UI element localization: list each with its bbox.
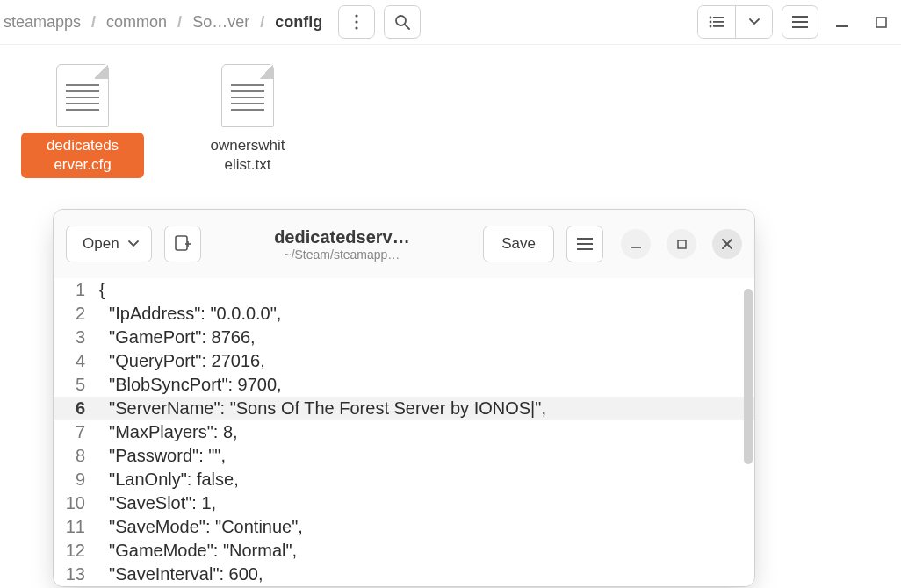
svg-rect-19: [577, 238, 593, 240]
code-text: "SaveMode": "Continue",: [94, 515, 303, 539]
svg-rect-13: [792, 26, 808, 28]
code-text: "GamePort": 8766,: [94, 326, 256, 349]
file-label: ownerswhit elist.txt: [186, 133, 309, 178]
svg-point-5: [710, 17, 712, 19]
svg-rect-6: [713, 17, 724, 18]
line-number: 4: [54, 349, 94, 373]
line-number: 2: [54, 302, 94, 326]
text-file-icon: [56, 64, 109, 127]
view-options-dropdown[interactable]: [735, 6, 772, 38]
svg-rect-11: [792, 16, 808, 18]
svg-rect-21: [577, 248, 593, 250]
breadcrumb-separator: /: [91, 13, 96, 32]
breadcrumb: steamapps / common / So…ver / config: [0, 6, 326, 39]
line-number: 11: [54, 515, 94, 539]
editor-minimize-button[interactable]: [621, 229, 651, 259]
code-line[interactable]: 12 "GameMode": "Normal",: [54, 539, 754, 563]
new-document-icon: [175, 235, 191, 253]
save-button-label: Save: [501, 235, 536, 253]
code-text: {: [94, 278, 105, 302]
svg-rect-8: [713, 21, 724, 23]
line-number: 12: [54, 539, 94, 563]
code-line[interactable]: 5 "BlobSyncPort": 9700,: [54, 373, 754, 397]
svg-rect-14: [836, 25, 848, 27]
editor-subtitle: ~/Steam/steamapp…: [284, 247, 400, 262]
code-line[interactable]: 13 "SaveInterval": 600,: [54, 563, 754, 586]
editor-text-area[interactable]: 1{2 "IpAddress": "0.0.0.0",3 "GamePort":…: [54, 278, 754, 586]
code-line[interactable]: 9 "LanOnly": false,: [54, 468, 754, 491]
chevron-down-icon: [128, 240, 139, 247]
svg-rect-23: [678, 240, 686, 248]
scrollbar-thumb[interactable]: [744, 289, 753, 464]
line-number: 9: [54, 468, 94, 491]
svg-point-9: [710, 25, 712, 28]
svg-rect-15: [876, 18, 886, 27]
minimize-window-button[interactable]: [827, 10, 857, 34]
breadcrumb-item-steamapps[interactable]: steamapps: [0, 6, 84, 39]
hamburger-menu-button[interactable]: [782, 5, 818, 39]
svg-rect-16: [176, 236, 187, 250]
line-number: 7: [54, 420, 94, 444]
line-number: 6: [54, 397, 94, 420]
code-line[interactable]: 8 "Password": "",: [54, 444, 754, 468]
code-line[interactable]: 1{: [54, 278, 754, 302]
code-text: "SaveInterval": 600,: [94, 563, 263, 586]
svg-point-7: [710, 21, 712, 24]
svg-point-2: [356, 26, 358, 29]
editor-title-area: dedicatedserv… ~/Steam/steamapp…: [213, 227, 472, 262]
line-number: 13: [54, 563, 94, 586]
code-text: "BlobSyncPort": 9700,: [94, 373, 282, 397]
search-button[interactable]: [384, 5, 421, 39]
editor-close-button[interactable]: [712, 229, 742, 259]
editor-maximize-button[interactable]: [667, 229, 696, 259]
line-number: 8: [54, 444, 94, 468]
code-text: "IpAddress": "0.0.0.0",: [94, 302, 281, 326]
file-manager-content[interactable]: dedicateds erver.cfg ownerswhit elist.tx…: [0, 44, 901, 197]
svg-point-1: [356, 20, 358, 23]
code-text: "QueryPort": 27016,: [94, 349, 265, 373]
file-item-ownerswhitelist-txt[interactable]: ownerswhit elist.txt: [186, 64, 309, 178]
open-button[interactable]: Open: [66, 226, 152, 262]
breadcrumb-item-current[interactable]: config: [271, 6, 326, 39]
svg-rect-20: [577, 243, 593, 245]
code-line[interactable]: 6 "ServerName": "Sons Of The Forest Serv…: [54, 397, 754, 420]
line-number: 1: [54, 278, 94, 302]
breadcrumb-separator: /: [260, 13, 264, 32]
code-text: "SaveSlot": 1,: [94, 491, 216, 515]
file-manager-header: steamapps / common / So…ver / config: [0, 0, 901, 44]
line-number: 5: [54, 373, 94, 397]
editor-header: Open dedicatedserv… ~/Steam/steamapp… Sa…: [54, 210, 754, 278]
code-text: "ServerName": "Sons Of The Forest Server…: [94, 397, 546, 420]
line-number: 10: [54, 491, 94, 515]
svg-rect-10: [713, 25, 724, 27]
line-number: 3: [54, 326, 94, 349]
save-button[interactable]: Save: [483, 226, 554, 262]
text-file-icon: [221, 64, 274, 127]
breadcrumb-item-parent[interactable]: So…ver: [189, 6, 253, 39]
code-text: "GameMode": "Normal",: [94, 539, 297, 563]
maximize-window-button[interactable]: [866, 10, 896, 34]
file-item-dedicatedserver-cfg[interactable]: dedicateds erver.cfg: [21, 64, 144, 178]
code-text: "LanOnly": false,: [94, 468, 239, 491]
code-line[interactable]: 4 "QueryPort": 27016,: [54, 349, 754, 373]
svg-point-3: [396, 16, 406, 25]
editor-scrollbar[interactable]: [744, 289, 753, 581]
code-line[interactable]: 2 "IpAddress": "0.0.0.0",: [54, 302, 754, 326]
open-button-label: Open: [83, 235, 119, 253]
svg-rect-22: [631, 247, 641, 248]
hamburger-icon: [577, 238, 593, 250]
svg-line-4: [405, 25, 409, 29]
text-editor-window: Open dedicatedserv… ~/Steam/steamapp… Sa…: [53, 209, 755, 587]
more-actions-button[interactable]: [338, 5, 375, 39]
breadcrumb-item-common[interactable]: common: [103, 6, 170, 39]
code-line[interactable]: 11 "SaveMode": "Continue",: [54, 515, 754, 539]
file-label: dedicateds erver.cfg: [21, 133, 144, 178]
list-view-button[interactable]: [698, 6, 735, 38]
code-text: "MaxPlayers": 8,: [94, 420, 238, 444]
editor-menu-button[interactable]: [566, 226, 603, 262]
code-line[interactable]: 10 "SaveSlot": 1,: [54, 491, 754, 515]
new-tab-button[interactable]: [164, 226, 201, 262]
code-line[interactable]: 3 "GamePort": 8766,: [54, 326, 754, 349]
code-text: "Password": "",: [94, 444, 226, 468]
code-line[interactable]: 7 "MaxPlayers": 8,: [54, 420, 754, 444]
